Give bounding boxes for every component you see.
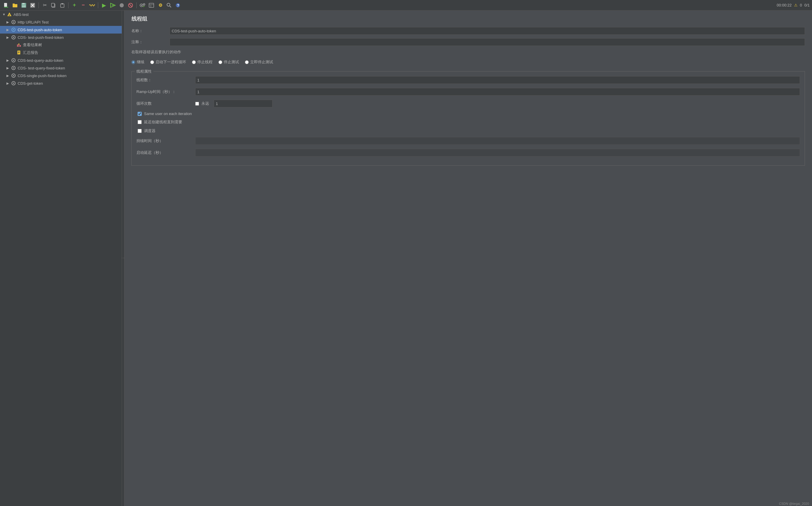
toolbar-status: 00:00:22 ⚠ 0 0/1 — [777, 3, 810, 7]
paste-button[interactable] — [59, 1, 66, 9]
remote-button[interactable] — [139, 1, 146, 9]
thread-count-input[interactable] — [195, 76, 800, 84]
tree-item-summary-report[interactable]: 汇总报告 — [0, 49, 122, 57]
main-layout: ▼ A ABS-test ▶ Http URL/API Test ▶ — [0, 11, 812, 506]
wave-button[interactable] — [88, 1, 96, 9]
same-user-checkbox[interactable] — [137, 112, 142, 116]
function-button[interactable]: ⚙ — [157, 1, 164, 9]
watermark-text: CSDN @tiegai_2020 — [779, 502, 809, 505]
scheduler-row: 调度器 — [136, 128, 800, 134]
radio-stop-test-now-input[interactable] — [245, 60, 249, 64]
name-input[interactable] — [170, 27, 805, 35]
tree-item-cds-query-fixed[interactable]: ▶ CDS- test-query-fixed-token — [0, 64, 122, 72]
tree-item-cds-query-auto[interactable]: ▶ CDS-test-query-auto-token — [0, 57, 122, 64]
forever-label[interactable]: 永远 — [201, 101, 209, 106]
comment-label: 注释： — [131, 39, 170, 45]
scheduler-label[interactable]: 调度器 — [144, 128, 156, 134]
svg-rect-41 — [20, 45, 21, 47]
gear-icon-cds-query-fixed — [11, 65, 16, 71]
svg-point-34 — [13, 21, 14, 23]
run-check-button[interactable] — [109, 1, 117, 9]
cut-button[interactable]: ✂ — [41, 1, 48, 9]
sep-2 — [68, 2, 69, 8]
radio-group-error-action: 继续 启动下一进程循环 停止线程 停止测试 立即停止测试 — [131, 57, 805, 67]
startup-delay-input[interactable] — [195, 149, 800, 157]
radio-start-next-input[interactable] — [150, 60, 154, 64]
radio-stop-thread[interactable]: 停止线程 — [192, 60, 213, 65]
help-button[interactable]: ? — [174, 1, 182, 9]
save-button[interactable] — [20, 1, 28, 9]
ramp-up-input[interactable] — [195, 88, 800, 96]
radio-stop-test[interactable]: 停止测试 — [218, 60, 239, 65]
radio-start-next-label: 启动下一进程循环 — [156, 60, 186, 65]
comment-row: 注释： — [131, 38, 805, 46]
comment-input[interactable] — [170, 38, 805, 46]
tree-arrow-abs: ▼ — [2, 13, 6, 16]
svg-rect-14 — [62, 3, 63, 4]
duration-input[interactable] — [195, 137, 800, 145]
tree-item-cds-push-fixed[interactable]: ▶ CDS- test-push-fixed-token — [0, 33, 122, 41]
forever-checkbox[interactable] — [195, 102, 199, 106]
svg-point-50 — [13, 67, 14, 69]
tree-label-http: Http URL/API Test — [18, 20, 48, 24]
panel-divider[interactable]: ⋮ — [122, 11, 124, 506]
radio-continue-label: 继续 — [137, 60, 144, 65]
copy-button[interactable] — [50, 1, 57, 9]
ramp-up-row: Ramp-Up时间（秒）： — [136, 88, 800, 96]
delay-create-row: 延迟创建线程直到需要 — [136, 119, 800, 125]
gear-blue-icon-cds-push-auto — [11, 27, 16, 33]
radio-continue-input[interactable] — [131, 60, 135, 64]
tree-item-cds-get-token[interactable]: ▶ CDS-get-token — [0, 79, 122, 87]
svg-rect-12 — [52, 3, 55, 7]
same-user-label[interactable]: Same user on each iteration — [144, 111, 192, 116]
tree-item-abs-test[interactable]: ▼ A ABS-test — [0, 11, 122, 18]
warn-count: 0 — [800, 3, 802, 7]
tree-arrow-http: ▶ — [6, 20, 11, 24]
close-button[interactable] — [29, 1, 36, 9]
stop-button[interactable] — [127, 1, 134, 9]
tree-label-view-results: 查看结果树 — [23, 43, 42, 48]
sep-3 — [98, 2, 98, 8]
template-button[interactable] — [147, 1, 155, 9]
stop-circle-button[interactable] — [118, 1, 125, 9]
open-button[interactable] — [11, 1, 19, 9]
gear-icon-cds-query-auto — [11, 57, 16, 63]
add-button[interactable]: + — [71, 1, 78, 9]
radio-start-next[interactable]: 启动下一进程循环 — [150, 60, 186, 65]
svg-point-36 — [13, 29, 14, 30]
forever-row: 永远 — [195, 100, 273, 107]
search-button[interactable] — [165, 1, 173, 9]
svg-point-21 — [141, 5, 142, 6]
tree-arrow-cds-push-fixed: ▶ — [6, 35, 11, 39]
run-button[interactable]: ▶ — [100, 1, 108, 9]
toolbar: ✂ + − ▶ — [0, 0, 812, 11]
radio-stop-thread-label: 停止线程 — [197, 60, 213, 65]
startup-delay-row: 启动延迟（秒） — [136, 149, 800, 157]
panel-title: 线程组 — [131, 15, 805, 22]
svg-text:A: A — [8, 14, 10, 16]
tree-label-cds-push-fixed: CDS- test-push-fixed-token — [18, 35, 64, 40]
scheduler-checkbox[interactable] — [137, 129, 142, 133]
tree-arrow-cds-query-auto: ▶ — [6, 59, 11, 62]
radio-stop-test-input[interactable] — [218, 60, 222, 64]
tree-item-cds-push-auto[interactable]: ▶ CDS-test-push-auto-token — [0, 26, 122, 33]
radio-stop-test-now[interactable]: 立即停止测试 — [245, 60, 273, 65]
radio-stop-thread-input[interactable] — [192, 60, 196, 64]
remove-button[interactable]: − — [79, 1, 87, 9]
loop-count-input[interactable] — [214, 100, 273, 107]
error-action-label: 在取样器错误后要执行的动作 — [131, 50, 805, 55]
gear-icon-http — [11, 19, 16, 25]
new-button[interactable] — [2, 1, 10, 9]
thread-count-label: 线程数： — [136, 77, 195, 83]
tree-item-http-url-api-test[interactable]: ▶ Http URL/API Test — [0, 18, 122, 26]
svg-point-27 — [167, 3, 170, 6]
tree-item-cds-single-push[interactable]: ▶ CDS-single-push-fixed-token — [0, 72, 122, 79]
loop-count-row: 循环次数 永远 — [136, 100, 800, 107]
warning-icon: ⚠ — [794, 3, 798, 7]
radio-continue[interactable]: 继续 — [131, 60, 144, 65]
delay-create-checkbox[interactable] — [137, 120, 142, 124]
tree-item-view-results[interactable]: 查看结果树 — [0, 41, 122, 49]
radio-stop-test-now-label: 立即停止测试 — [250, 60, 273, 65]
tree-arrow-cds-query-fixed: ▶ — [6, 66, 11, 70]
delay-create-label[interactable]: 延迟创建线程直到需要 — [144, 119, 182, 125]
